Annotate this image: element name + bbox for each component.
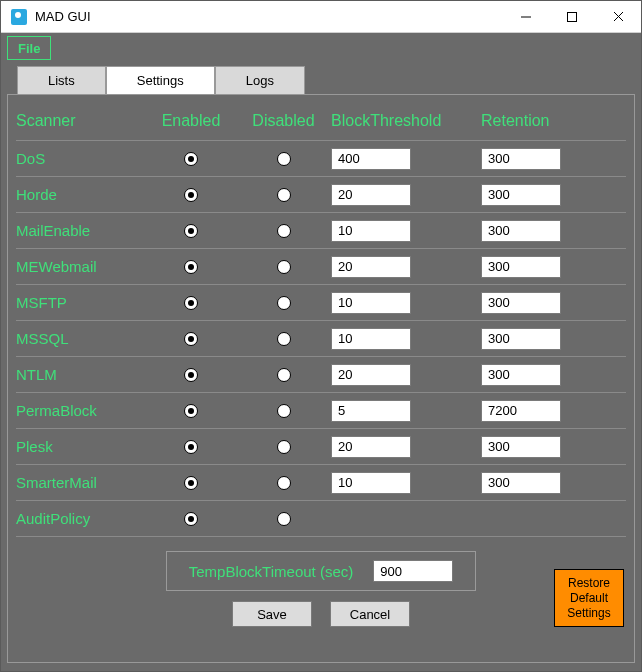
blockthreshold-cell	[331, 400, 481, 422]
disabled-radio[interactable]	[277, 296, 291, 310]
svg-rect-1	[568, 12, 577, 21]
scanner-name: MSFTP	[16, 292, 146, 313]
retention-input[interactable]	[481, 148, 561, 170]
disabled-radio[interactable]	[277, 476, 291, 490]
scanner-name: AuditPolicy	[16, 508, 146, 529]
enabled-radio[interactable]	[184, 152, 198, 166]
enabled-cell	[146, 296, 236, 310]
disabled-radio[interactable]	[277, 224, 291, 238]
enabled-radio[interactable]	[184, 368, 198, 382]
settings-grid: Scanner Enabled Disabled BlockThreshold …	[16, 101, 626, 537]
window-title: MAD GUI	[35, 9, 503, 24]
retention-cell	[481, 472, 611, 494]
grid-header: Scanner Enabled Disabled BlockThreshold …	[16, 101, 626, 141]
disabled-cell	[236, 332, 331, 346]
app-icon	[11, 9, 27, 25]
retention-input[interactable]	[481, 256, 561, 278]
blockthreshold-cell	[331, 292, 481, 314]
enabled-radio[interactable]	[184, 476, 198, 490]
scanner-name: DoS	[16, 148, 146, 169]
retention-input[interactable]	[481, 472, 561, 494]
disabled-radio[interactable]	[277, 440, 291, 454]
retention-input[interactable]	[481, 292, 561, 314]
scanner-name: Plesk	[16, 436, 146, 457]
restore-label: Restore Default Settings	[567, 576, 610, 621]
tab-logs[interactable]: Logs	[215, 66, 305, 94]
retention-input[interactable]	[481, 364, 561, 386]
blockthreshold-input[interactable]	[331, 400, 411, 422]
scanner-name: Horde	[16, 184, 146, 205]
close-button[interactable]	[595, 1, 641, 32]
enabled-radio[interactable]	[184, 224, 198, 238]
table-row: AuditPolicy	[16, 501, 626, 537]
blockthreshold-input[interactable]	[331, 436, 411, 458]
maximize-icon	[567, 12, 577, 22]
enabled-radio[interactable]	[184, 260, 198, 274]
enabled-radio[interactable]	[184, 404, 198, 418]
blockthreshold-cell	[331, 184, 481, 206]
bottom-area: TempBlockTimeout (sec) Save Cancel Resto…	[16, 551, 626, 627]
retention-input[interactable]	[481, 328, 561, 350]
retention-cell	[481, 400, 611, 422]
blockthreshold-cell	[331, 148, 481, 170]
retention-cell	[481, 256, 611, 278]
disabled-cell	[236, 152, 331, 166]
enabled-radio[interactable]	[184, 440, 198, 454]
enabled-radio[interactable]	[184, 296, 198, 310]
retention-input[interactable]	[481, 436, 561, 458]
enabled-radio[interactable]	[184, 512, 198, 526]
timeout-input[interactable]	[373, 560, 453, 582]
enabled-cell	[146, 512, 236, 526]
disabled-cell	[236, 224, 331, 238]
retention-input[interactable]	[481, 220, 561, 242]
menu-file[interactable]: File	[7, 36, 51, 60]
minimize-icon	[521, 12, 531, 22]
blockthreshold-cell	[331, 472, 481, 494]
retention-input[interactable]	[481, 184, 561, 206]
table-row: MailEnable	[16, 213, 626, 249]
disabled-radio[interactable]	[277, 404, 291, 418]
tab-settings[interactable]: Settings	[106, 66, 215, 94]
header-enabled: Enabled	[146, 108, 236, 134]
restore-defaults-button[interactable]: Restore Default Settings	[554, 569, 624, 627]
blockthreshold-input[interactable]	[331, 220, 411, 242]
disabled-radio[interactable]	[277, 512, 291, 526]
header-blockthreshold: BlockThreshold	[331, 108, 481, 134]
header-scanner: Scanner	[16, 108, 146, 134]
disabled-cell	[236, 440, 331, 454]
blockthreshold-input[interactable]	[331, 184, 411, 206]
disabled-radio[interactable]	[277, 332, 291, 346]
close-icon	[613, 11, 624, 22]
retention-input[interactable]	[481, 400, 561, 422]
enabled-radio[interactable]	[184, 332, 198, 346]
enabled-cell	[146, 404, 236, 418]
blockthreshold-input[interactable]	[331, 256, 411, 278]
enabled-cell	[146, 188, 236, 202]
retention-cell	[481, 184, 611, 206]
button-row: Save Cancel	[232, 601, 410, 627]
disabled-cell	[236, 368, 331, 382]
disabled-radio[interactable]	[277, 152, 291, 166]
blockthreshold-input[interactable]	[331, 148, 411, 170]
disabled-cell	[236, 296, 331, 310]
save-button[interactable]: Save	[232, 601, 312, 627]
blockthreshold-input[interactable]	[331, 472, 411, 494]
disabled-radio[interactable]	[277, 260, 291, 274]
header-disabled: Disabled	[236, 108, 331, 134]
disabled-radio[interactable]	[277, 188, 291, 202]
blockthreshold-input[interactable]	[331, 364, 411, 386]
disabled-radio[interactable]	[277, 368, 291, 382]
blockthreshold-input[interactable]	[331, 292, 411, 314]
menubar: File	[7, 36, 635, 60]
blockthreshold-input[interactable]	[331, 328, 411, 350]
enabled-cell	[146, 260, 236, 274]
settings-panel: Scanner Enabled Disabled BlockThreshold …	[7, 94, 635, 663]
maximize-button[interactable]	[549, 1, 595, 32]
enabled-radio[interactable]	[184, 188, 198, 202]
tab-lists[interactable]: Lists	[17, 66, 106, 94]
scanner-name: MEWebmail	[16, 256, 146, 277]
scanner-name: NTLM	[16, 364, 146, 385]
cancel-button[interactable]: Cancel	[330, 601, 410, 627]
minimize-button[interactable]	[503, 1, 549, 32]
disabled-cell	[236, 260, 331, 274]
